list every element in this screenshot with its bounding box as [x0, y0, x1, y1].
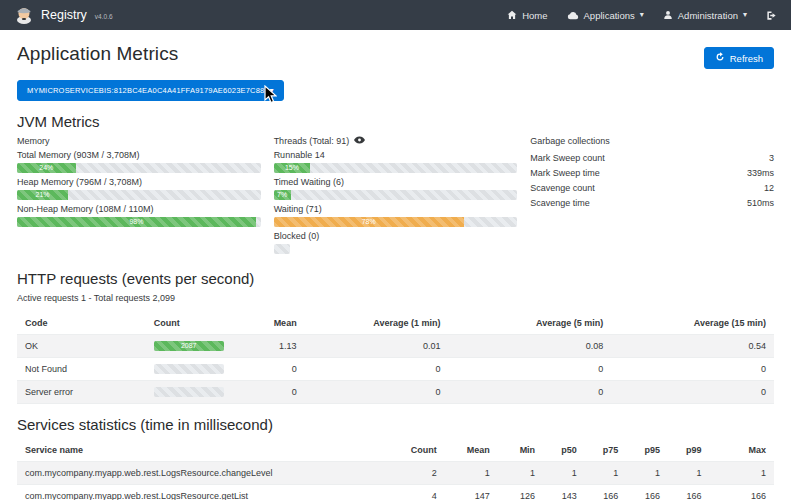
col-header-code: Code	[17, 312, 146, 335]
table-row: Server error 0 0 0 0	[17, 381, 774, 404]
http-avg5: 0	[448, 381, 611, 404]
count-progressbar	[154, 387, 224, 397]
progress-fill: 21%	[17, 190, 68, 200]
http-avg1: 0	[305, 358, 449, 381]
nav-item-signout[interactable]	[766, 10, 777, 21]
http-avg15: 0	[611, 381, 774, 404]
http-code: Server error	[17, 381, 146, 404]
progress-fill: 7%	[274, 190, 291, 200]
memory-column: Memory Total Memory (903M / 3,708M) 24% …	[17, 136, 261, 258]
service-p50: 1	[543, 462, 585, 485]
col-header-mean: Mean	[445, 439, 498, 462]
service-p75: 1	[585, 462, 627, 485]
gc-title: Garbage collections	[530, 136, 610, 146]
timed-waiting-progressbar: 7%	[274, 190, 518, 200]
nav-item-home[interactable]: Home	[507, 10, 547, 21]
eye-icon[interactable]	[354, 136, 365, 146]
nav-item-administration[interactable]: Administration ▾	[663, 10, 747, 21]
http-count-cell: 2087	[146, 335, 252, 358]
progress-fill: 24%	[17, 163, 76, 173]
heap-memory-label: Heap Memory (796M / 3,708M)	[17, 177, 261, 187]
heap-memory-progressbar: 21%	[17, 190, 261, 200]
col-header-p95: p95	[626, 439, 668, 462]
col-header-avg15: Average (15 min)	[611, 312, 774, 335]
gc-row: Mark Sweep count 3	[530, 150, 774, 165]
waiting-label: Waiting (71)	[274, 204, 518, 214]
gc-label: Scavenge count	[530, 183, 595, 193]
service-mean: 1	[445, 462, 498, 485]
refresh-button[interactable]: Refresh	[704, 47, 774, 69]
gc-label: Mark Sweep time	[530, 168, 600, 178]
gc-value: 339ms	[747, 168, 774, 178]
threads-title: Threads (Total: 91)	[274, 136, 350, 146]
caret-down-icon: ▾	[640, 11, 644, 19]
services-table-header-row: Service name Count Mean Min p50 p75 p95 …	[17, 439, 774, 462]
col-header-avg1: Average (1 min)	[305, 312, 449, 335]
memory-title: Memory	[17, 136, 50, 146]
service-name: com.mycompany.myapp.web.rest.LogsResourc…	[17, 462, 396, 485]
http-avg1: 0.01	[305, 335, 449, 358]
nav-menu: Home Applications ▾ Administration ▾	[507, 10, 777, 21]
gc-value: 3	[769, 153, 774, 163]
brand[interactable]: Registry v4.0.6	[14, 4, 113, 26]
blocked-label: Blocked (0)	[274, 231, 518, 241]
http-requests-title: HTTP requests (events per second)	[17, 270, 774, 287]
col-header-count: Count	[146, 312, 252, 335]
http-table-header-row: Code Count Mean Average (1 min) Average …	[17, 312, 774, 335]
http-requests-table: Code Count Mean Average (1 min) Average …	[17, 312, 774, 404]
runnable-label: Runnable 14	[274, 150, 518, 160]
services-statistics-title: Services statistics (time in millisecond…	[17, 416, 774, 433]
nav-item-applications[interactable]: Applications ▾	[567, 10, 644, 21]
col-header-service-name: Service name	[17, 439, 396, 462]
nav-item-applications-label: Applications	[584, 10, 635, 21]
main-content: Application Metrics Refresh MYMICROSERVI…	[0, 43, 791, 500]
service-p50: 143	[543, 485, 585, 500]
nav-item-home-label: Home	[522, 10, 547, 21]
brand-name: Registry	[41, 8, 87, 22]
navbar: Registry v4.0.6 Home Applications ▾	[0, 0, 791, 30]
col-header-min: Min	[498, 439, 543, 462]
http-code: Not Found	[17, 358, 146, 381]
gc-row: Mark Sweep time 339ms	[530, 165, 774, 180]
table-row: Not Found 0 0 0 0	[17, 358, 774, 381]
gc-label: Mark Sweep count	[530, 153, 605, 163]
table-row: OK 2087 1.13 0.01 0.08 0.54	[17, 335, 774, 358]
sign-out-icon	[766, 10, 777, 21]
service-count: 2	[396, 462, 445, 485]
service-name: com.mycompany.myapp.web.rest.LogsResourc…	[17, 485, 396, 500]
services-statistics-table: Service name Count Mean Min p50 p75 p95 …	[17, 439, 774, 500]
service-p95: 166	[626, 485, 668, 500]
service-min: 1	[498, 462, 543, 485]
gc-value: 510ms	[747, 198, 774, 208]
gc-value: 12	[764, 183, 774, 193]
progress-fill: 98%	[17, 217, 256, 227]
service-p99: 166	[668, 485, 710, 500]
col-header-p75: p75	[585, 439, 627, 462]
col-header-p99: p99	[668, 439, 710, 462]
jvm-metrics-title: JVM Metrics	[17, 113, 774, 130]
nonheap-memory-progressbar: 98%	[17, 217, 261, 227]
runnable-progressbar: 15%	[274, 163, 518, 173]
http-avg15: 0.54	[611, 335, 774, 358]
gc-column: Garbage collections Mark Sweep count 3 M…	[530, 136, 774, 258]
refresh-label: Refresh	[730, 53, 763, 64]
registry-metrics-page: Registry v4.0.6 Home Applications ▾	[0, 0, 791, 500]
timed-waiting-label: Timed Waiting (6)	[274, 177, 518, 187]
http-code: OK	[17, 335, 146, 358]
nonheap-memory-label: Non-Heap Memory (108M / 110M)	[17, 204, 261, 214]
instance-selector-dropdown[interactable]: MYMICROSERVICEBIS:812BC4EA0C4A41FFA9179A…	[17, 80, 284, 101]
service-p75: 166	[585, 485, 627, 500]
http-mean: 0	[252, 381, 305, 404]
instance-name: MYMICROSERVICEBIS:812BC4EA0C4A41FFA9179A…	[27, 86, 264, 95]
threads-column: Threads (Total: 91) Runnable 14 15% Time…	[274, 136, 518, 258]
service-min: 126	[498, 485, 543, 500]
http-count-cell	[146, 358, 252, 381]
jvm-metrics-grid: Memory Total Memory (903M / 3,708M) 24% …	[17, 136, 774, 258]
service-mean: 147	[445, 485, 498, 500]
caret-down-icon: ▾	[743, 11, 747, 19]
http-mean: 0	[252, 358, 305, 381]
nav-item-administration-label: Administration	[678, 10, 738, 21]
http-avg5: 0	[448, 358, 611, 381]
service-count: 4	[396, 485, 445, 500]
service-max: 166	[710, 485, 774, 500]
